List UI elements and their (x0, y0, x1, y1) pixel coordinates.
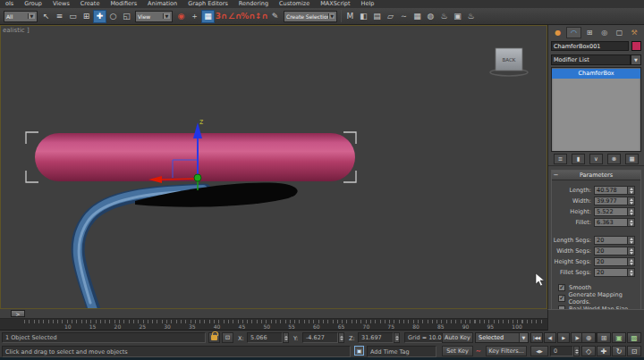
select-object-icon[interactable]: ↖ (39, 10, 53, 23)
utilities-tab-icon[interactable]: ⚒ (627, 27, 641, 38)
parameter-field[interactable]: 20 (594, 236, 628, 245)
parameter-spinner[interactable] (628, 257, 635, 266)
zoom-all-icon[interactable]: ⊞ (597, 332, 611, 343)
chamfer-box-object[interactable] (35, 133, 355, 181)
parameter-field[interactable]: 20 (594, 268, 628, 277)
parameter-spinner[interactable] (628, 247, 635, 255)
zoom-icon[interactable]: ⊕ (581, 332, 596, 343)
select-and-scale-icon[interactable]: ◱ (120, 10, 133, 23)
menu-item[interactable]: Help (357, 0, 379, 8)
select-and-manipulate-icon[interactable]: ＋ (188, 10, 201, 23)
parameters-rollout-header[interactable]: − Parameters (552, 171, 640, 180)
play-button[interactable]: ▶ (557, 332, 570, 343)
parameter-spinner[interactable] (628, 268, 635, 277)
angle-snap-icon[interactable]: ∠∩ (228, 10, 242, 23)
snap-toggle-3d-icon[interactable]: 3∩ (215, 10, 228, 23)
key-filters-button[interactable]: Key Filters... (486, 346, 527, 356)
select-and-rotate-icon[interactable]: ○ (106, 10, 120, 23)
named-selection-set-dropdown[interactable]: Create Selection Se▼ (284, 11, 337, 22)
add-time-tag[interactable]: Add Time Tag (367, 346, 436, 357)
menu-item[interactable]: Customize (275, 0, 314, 8)
checkbox[interactable] (558, 284, 565, 291)
new-key-curve-icon[interactable]: ～ (475, 346, 482, 356)
x-coord-spinner[interactable] (283, 332, 289, 343)
render-setup-icon[interactable]: ♨ (437, 10, 451, 23)
modifier-stack[interactable]: ChamferBox (551, 67, 641, 152)
motion-tab-icon[interactable]: ◎ (597, 27, 612, 38)
parameter-field[interactable]: 39.977 (594, 197, 628, 205)
parameter-spinner[interactable] (628, 197, 635, 205)
frame-spinner[interactable] (573, 346, 580, 356)
selection-filter-dropdown[interactable]: All▼ (4, 11, 38, 22)
parameter-spinner[interactable] (628, 218, 635, 227)
checkbox[interactable] (558, 295, 565, 302)
menu-item[interactable]: Group (20, 0, 47, 8)
previous-frame-button[interactable]: ◀| (544, 332, 556, 343)
menu-item[interactable]: Rendering (234, 0, 273, 8)
perspective-viewport[interactable]: ealistic ] (0, 25, 547, 309)
mirror-icon[interactable]: M (343, 10, 357, 23)
y-coord-spinner[interactable] (338, 332, 344, 343)
time-tag-icon[interactable]: ▣ (354, 346, 364, 356)
menu-item[interactable]: Views (48, 0, 74, 8)
y-coord-field[interactable]: -4.627 (302, 332, 338, 343)
field-of-view-icon[interactable]: ◇ (581, 346, 596, 356)
auto-key-button[interactable]: Auto Key (442, 332, 473, 343)
parameter-spinner[interactable] (628, 236, 635, 245)
object-color-swatch[interactable] (631, 41, 641, 51)
menu-item[interactable]: Create (76, 0, 105, 8)
window-crossing-icon[interactable]: ⊞ (80, 10, 93, 23)
menu-item[interactable]: Modifiers (106, 0, 141, 8)
pan-icon[interactable]: ✚ (597, 346, 611, 356)
curve-editor-icon[interactable]: ～ (397, 10, 411, 23)
menu-item[interactable]: Graph Editors (183, 0, 233, 8)
spinner-snap-icon[interactable]: ↕∩ (255, 10, 268, 23)
parameter-spinner[interactable] (628, 186, 635, 195)
material-editor-icon[interactable]: ◍ (424, 10, 437, 23)
parameter-field[interactable]: 5.522 (594, 207, 628, 216)
chevron-down-icon[interactable]: ▼ (163, 13, 170, 19)
parameter-field[interactable]: 40.578 (594, 186, 628, 195)
menu-item[interactable]: MAXScript (316, 0, 354, 8)
z-coord-spinner[interactable] (394, 332, 400, 343)
reference-coordinate-dropdown[interactable]: View▼ (135, 11, 173, 22)
track-bar[interactable]: 101520253035404550556065707580859095100 (0, 319, 547, 331)
pin-stack-button[interactable]: ≡ (554, 154, 567, 164)
rect-selection-region-icon[interactable]: ▭ (66, 10, 80, 23)
modifier-stack-item[interactable]: ChamferBox (552, 69, 640, 79)
lock-selection-button[interactable] (208, 332, 220, 343)
chevron-down-icon[interactable]: ▼ (28, 13, 35, 19)
time-slider[interactable]: > (0, 309, 547, 319)
configure-modifier-sets-button[interactable]: ▦ (625, 154, 639, 164)
percent-snap-icon[interactable]: %∩ (242, 10, 255, 23)
modify-tab-icon[interactable]: ◠ (566, 27, 582, 38)
x-coord-field[interactable]: 5.066 (247, 332, 283, 343)
modifier-list-dropdown[interactable]: Modifier List (551, 54, 631, 65)
select-and-move-icon[interactable]: ✚ (93, 10, 106, 23)
align-icon[interactable]: ◧ (357, 10, 370, 23)
collapse-icon[interactable]: − (552, 172, 560, 179)
checkbox-row[interactable]: Generate Mapping Coords. (552, 293, 640, 304)
show-end-result-button[interactable]: ▮ (572, 154, 585, 164)
current-frame-field[interactable]: 0 (550, 346, 573, 356)
z-coord-field[interactable]: 31.697 (358, 332, 394, 343)
object-name-field[interactable]: ChamferBox001 (551, 41, 629, 51)
parameter-field[interactable]: 6.363 (594, 218, 628, 227)
time-slider-thumb[interactable]: > (11, 310, 25, 317)
maximize-viewport-icon[interactable]: ⊡ (627, 346, 641, 356)
layer-manager-icon[interactable]: ▤ (370, 10, 384, 23)
parameter-field[interactable]: 20 (594, 257, 628, 266)
make-unique-button[interactable]: ∨ (589, 154, 603, 164)
remove-modifier-button[interactable]: ⊗ (607, 154, 621, 164)
absolute-mode-button[interactable]: ⊡ (222, 332, 233, 343)
graphite-ribbon-icon[interactable]: ▱ (384, 10, 397, 23)
zoom-extents-all-icon[interactable]: ▩ (627, 332, 641, 343)
zoom-extents-icon[interactable]: ▣ (612, 332, 626, 343)
go-to-start-button[interactable]: |◀◀ (530, 332, 543, 343)
chevron-down-icon[interactable]: ▼ (519, 333, 528, 342)
select-by-name-icon[interactable]: ≡ (53, 10, 66, 23)
render-production-icon[interactable]: ♨ (464, 10, 478, 23)
keyboard-override-icon[interactable]: ▦ (201, 10, 215, 23)
orbit-icon[interactable]: ↻ (612, 346, 626, 356)
schematic-view-icon[interactable]: ▦ (411, 10, 424, 23)
